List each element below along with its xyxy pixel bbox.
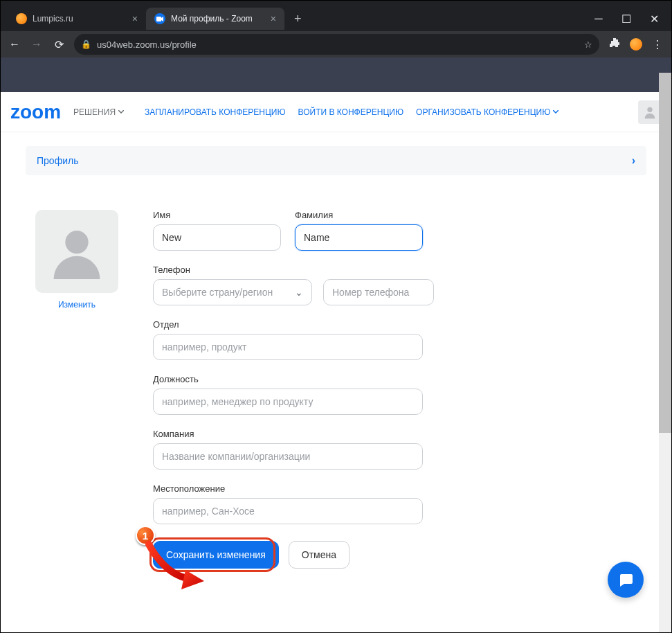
company-input[interactable] xyxy=(153,443,423,470)
location-input[interactable] xyxy=(153,498,423,524)
browser-tab-lumpics[interactable]: Lumpics.ru × xyxy=(8,8,146,30)
department-input[interactable] xyxy=(153,334,423,360)
chevron-down-icon xyxy=(553,110,559,114)
phone-number-input[interactable] xyxy=(323,279,434,305)
back-icon[interactable]: ← xyxy=(8,38,21,51)
svg-rect-0 xyxy=(156,17,161,21)
tab-strip: Lumpics.ru × Мой профиль - Zoom × + ─ ☐ … xyxy=(1,6,671,31)
department-label: Отдел xyxy=(153,319,646,330)
svg-point-1 xyxy=(647,107,652,112)
browser-tab-zoom[interactable]: Мой профиль - Zoom × xyxy=(146,8,284,30)
menu-dots-icon[interactable]: ⋮ xyxy=(651,38,664,51)
window-minimize-icon[interactable]: ─ xyxy=(594,12,603,26)
country-select[interactable]: Выберите страну/регион ⌄ xyxy=(153,279,312,305)
nav-schedule-link[interactable]: ЗАПЛАНИРОВАТЬ КОНФЕРЕНЦИЮ xyxy=(145,107,285,117)
job-input[interactable] xyxy=(153,389,423,415)
last-name-label: Фамилия xyxy=(295,210,423,220)
scrollbar[interactable] xyxy=(659,73,671,632)
close-icon[interactable]: × xyxy=(271,13,276,24)
breadcrumb[interactable]: Профиль › xyxy=(26,146,646,175)
lock-icon: 🔒 xyxy=(81,39,91,49)
extensions-icon[interactable] xyxy=(608,37,621,51)
close-icon[interactable]: × xyxy=(132,13,138,24)
zoom-logo[interactable]: zoom xyxy=(10,101,61,123)
top-banner xyxy=(1,57,671,92)
svg-point-2 xyxy=(65,231,88,253)
first-name-label: Имя xyxy=(153,210,281,220)
chevron-down-icon: ⌄ xyxy=(295,287,303,298)
nav-host-dropdown[interactable]: ОРГАНИЗОВАТЬ КОНФЕРЕНЦИЮ xyxy=(416,107,559,117)
last-name-input[interactable] xyxy=(295,224,423,251)
chevron-right-icon: › xyxy=(632,154,635,167)
address-bar[interactable]: 🔒 us04web.zoom.us/profile ☆ xyxy=(74,34,599,55)
person-icon xyxy=(642,105,657,120)
scrollbar-thumb[interactable] xyxy=(659,73,671,433)
chat-fab[interactable] xyxy=(608,562,644,598)
cancel-button[interactable]: Отмена xyxy=(289,541,349,569)
breadcrumb-label: Профиль xyxy=(37,155,78,166)
bookmark-star-icon[interactable]: ☆ xyxy=(584,39,592,50)
reload-icon[interactable]: ⟳ xyxy=(52,38,66,51)
change-avatar-link[interactable]: Изменить xyxy=(58,300,96,310)
chat-bubble-icon xyxy=(617,571,634,588)
forward-icon[interactable]: → xyxy=(30,38,44,51)
company-label: Компания xyxy=(153,429,646,439)
favicon-zoom xyxy=(154,13,165,24)
job-label: Должность xyxy=(153,374,646,384)
favicon-lumpics xyxy=(16,13,27,24)
tab-title: Мой профиль - Zoom xyxy=(171,14,253,24)
solutions-dropdown[interactable]: РЕШЕНИЯ xyxy=(73,107,124,117)
profile-avatar xyxy=(35,210,118,293)
nav-join-link[interactable]: ВОЙТИ В КОНФЕРЕНЦИЮ xyxy=(298,107,403,117)
window-maximize-icon[interactable]: ☐ xyxy=(621,12,631,26)
url-text: us04web.zoom.us/profile xyxy=(97,39,197,50)
zoom-navigation: zoom РЕШЕНИЯ ЗАПЛАНИРОВАТЬ КОНФЕРЕНЦИЮ В… xyxy=(1,92,671,132)
window-close-icon[interactable]: ✕ xyxy=(649,12,659,26)
phone-label: Телефон xyxy=(153,265,646,275)
save-button[interactable]: Сохранить изменения xyxy=(153,541,279,569)
user-avatar-menu[interactable] xyxy=(638,100,662,124)
address-bar-row: ← → ⟳ 🔒 us04web.zoom.us/profile ☆ ⋮ xyxy=(1,31,671,57)
chevron-down-icon xyxy=(118,110,124,114)
new-tab-button[interactable]: + xyxy=(284,12,311,26)
person-placeholder-icon xyxy=(49,224,105,279)
first-name-input[interactable] xyxy=(153,224,281,251)
location-label: Местоположение xyxy=(153,483,646,494)
extension-orange-icon[interactable] xyxy=(630,38,642,51)
tab-title: Lumpics.ru xyxy=(33,14,73,24)
